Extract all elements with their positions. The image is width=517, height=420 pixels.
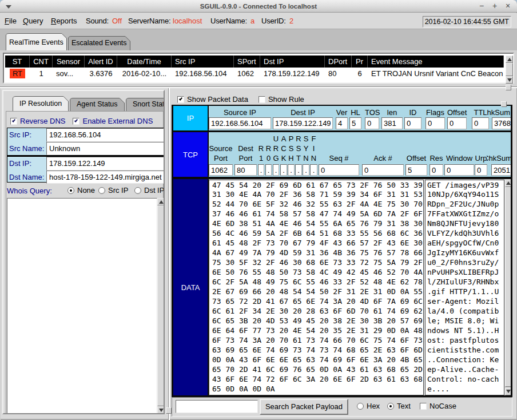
event-cell-cnt[interactable]: 1 bbox=[30, 68, 53, 80]
packet-field[interactable]: 0 bbox=[362, 164, 404, 176]
event-cell-st[interactable]: RT bbox=[5, 68, 30, 80]
scroll-thumb[interactable] bbox=[506, 63, 513, 76]
packet-field[interactable]: 0 bbox=[475, 164, 487, 176]
checkbox-show-packet-data-indicator[interactable] bbox=[177, 96, 184, 103]
search-radio-hex[interactable]: Hex bbox=[357, 402, 380, 410]
event-table-scrollbar[interactable] bbox=[506, 56, 513, 84]
scroll-down-button[interactable] bbox=[157, 406, 165, 414]
packet-field[interactable]: 5 bbox=[349, 117, 361, 129]
packet-field[interactable]: . bbox=[288, 164, 295, 176]
packet-field[interactable]: 80 bbox=[234, 164, 257, 176]
packet-field[interactable]: 0 bbox=[429, 164, 443, 176]
packet-pane-grip[interactable] bbox=[501, 101, 507, 107]
whois-scrollbar[interactable] bbox=[157, 198, 165, 414]
packet-field[interactable]: 0 bbox=[472, 117, 489, 129]
packet-field[interactable]: 178.159.122.149 bbox=[273, 117, 333, 129]
minimize-button[interactable]: − bbox=[476, 0, 487, 12]
packet-field[interactable]: 0 bbox=[425, 117, 445, 129]
checkbox-nocase[interactable]: NoCase bbox=[420, 402, 456, 410]
packet-field[interactable]: 4 bbox=[336, 117, 348, 129]
event-cell-date-time[interactable]: 2016-02-10... bbox=[117, 68, 172, 80]
ascii-dump-textarea[interactable]: GET /images/vP39 10NJp/6XqY94o11S RDpn_2… bbox=[425, 180, 504, 395]
maximize-button[interactable]: + bbox=[490, 0, 500, 12]
whois-dst-ip[interactable]: Dst IP bbox=[134, 186, 164, 195]
left-tab-agent-status[interactable]: Agent Status bbox=[70, 98, 125, 111]
packet-field[interactable]: 2051 bbox=[491, 164, 511, 176]
scroll-thumb[interactable] bbox=[157, 205, 165, 406]
whois-dst-ip-indicator[interactable] bbox=[134, 187, 141, 194]
tab-escalated-events[interactable]: Escalated Events bbox=[68, 36, 130, 50]
packet-field[interactable]: . bbox=[303, 164, 309, 176]
whois-none-indicator[interactable] bbox=[67, 187, 74, 194]
vertical-sash-grip[interactable] bbox=[166, 407, 172, 414]
horizontal-sash-grip[interactable] bbox=[506, 85, 511, 90]
event-cell-alert-id[interactable]: 3.6376 bbox=[85, 68, 117, 80]
packet-field[interactable]: . bbox=[295, 164, 302, 176]
menu-reports[interactable]: Reports bbox=[51, 16, 77, 26]
event-col-dport[interactable]: DPort bbox=[325, 56, 352, 68]
checkbox-show-rule-indicator[interactable] bbox=[258, 96, 265, 103]
scroll-up-button[interactable] bbox=[157, 198, 165, 205]
packet-field[interactable]: . bbox=[273, 164, 279, 176]
packet-field[interactable]: 3768 bbox=[492, 117, 511, 129]
packet-field[interactable]: 0 bbox=[404, 117, 421, 129]
search-packet-payload-button[interactable]: Search Packet Payload bbox=[260, 399, 348, 415]
packet-field[interactable]: . bbox=[310, 164, 317, 176]
event-col-st[interactable]: ST bbox=[5, 56, 30, 68]
event-cell-src-ip[interactable]: 192.168.56.104 bbox=[172, 68, 234, 80]
checkbox-reverse-dns[interactable]: Reverse DNS bbox=[10, 117, 65, 125]
event-table-row[interactable]: RT1sov...3.63762016-02-10...192.168.56.1… bbox=[5, 68, 504, 80]
event-cell-pr[interactable]: 6 bbox=[352, 68, 368, 80]
checkbox-show-packet-data[interactable]: Show Packet Data bbox=[177, 95, 248, 104]
event-cell-dst-ip[interactable]: 178.159.122.149 bbox=[260, 68, 325, 80]
field-value-src-ip[interactable]: 192.168.56.104 bbox=[46, 128, 164, 142]
event-cell-dport[interactable]: 80 bbox=[325, 68, 352, 80]
packet-field[interactable]: 5 bbox=[405, 164, 427, 176]
checkbox-nocase-indicator[interactable] bbox=[420, 403, 427, 410]
whois-none[interactable]: None bbox=[67, 186, 95, 195]
event-col-pr[interactable]: Pr bbox=[352, 56, 368, 68]
checkbox-show-rule[interactable]: Show Rule bbox=[258, 95, 304, 104]
packet-field[interactable]: . bbox=[265, 164, 272, 176]
event-col-event-message[interactable]: Event Message bbox=[368, 56, 504, 68]
checkbox-enable-external-dns-indicator[interactable] bbox=[73, 118, 79, 125]
event-col-dst-ip[interactable]: Dst IP bbox=[260, 56, 325, 68]
packet-field[interactable]: 0 bbox=[447, 117, 467, 129]
whois-src-ip-indicator[interactable] bbox=[98, 187, 105, 194]
title-bar[interactable]: SGUIL-0.9.0 - Connected To localhost − +… bbox=[0, 0, 517, 13]
packet-field[interactable]: 192.168.56.104 bbox=[209, 117, 271, 129]
search-radio-hex-indicator[interactable] bbox=[357, 403, 364, 410]
packet-field[interactable]: 1062 bbox=[209, 164, 233, 176]
packet-field[interactable]: 0 bbox=[444, 164, 474, 176]
hex-dump-textarea[interactable]: 47 45 54 20 2F 69 6D 61 67 65 73 2F 76 5… bbox=[209, 180, 424, 395]
event-cell-sport[interactable]: 1062 bbox=[234, 68, 260, 80]
left-tab-snort-stati[interactable]: Snort Stati bbox=[126, 98, 165, 111]
search-radio-text-indicator[interactable] bbox=[387, 403, 394, 410]
scroll-down-button[interactable] bbox=[505, 388, 511, 395]
ascii-scrollbar[interactable] bbox=[505, 180, 511, 395]
event-col-date-time[interactable]: Date/Time bbox=[117, 56, 172, 68]
scroll-thumb[interactable] bbox=[505, 187, 511, 387]
checkbox-reverse-dns-indicator[interactable] bbox=[10, 118, 17, 125]
packet-field[interactable]: 0 bbox=[319, 164, 359, 176]
packet-field[interactable]: . bbox=[280, 164, 287, 176]
event-cell-sensor[interactable]: sov... bbox=[53, 68, 85, 80]
whois-result-textarea[interactable] bbox=[7, 198, 157, 414]
search-radio-text[interactable]: Text bbox=[387, 402, 411, 410]
tab-realtime-events[interactable]: RealTime Events bbox=[6, 33, 67, 50]
event-col-sport[interactable]: SPort bbox=[234, 56, 260, 68]
packet-field[interactable]: 0 bbox=[365, 117, 379, 129]
event-cell-event-message[interactable]: ET TROJAN Ursnif Variant CnC Beacon bbox=[368, 68, 504, 80]
scroll-down-button[interactable] bbox=[506, 76, 513, 84]
whois-src-ip[interactable]: Src IP bbox=[98, 186, 128, 195]
menu-query[interactable]: Query bbox=[23, 16, 43, 26]
scroll-up-button[interactable] bbox=[505, 180, 511, 187]
checkbox-enable-external-dns[interactable]: Enable External DNS bbox=[73, 117, 153, 125]
packet-field[interactable]: 381 bbox=[381, 117, 403, 129]
event-col-sensor[interactable]: Sensor bbox=[53, 56, 85, 68]
event-col-src-ip[interactable]: Src IP bbox=[172, 56, 234, 68]
left-tab-ip-resolution[interactable]: IP Resolution bbox=[13, 96, 69, 111]
field-value-dst-name[interactable]: host-178-159-122-149.mirgiga.net bbox=[46, 171, 164, 184]
field-value-dst-ip[interactable]: 178.159.122.149 bbox=[46, 157, 164, 171]
event-col-alert-id[interactable]: Alert ID bbox=[85, 56, 117, 68]
